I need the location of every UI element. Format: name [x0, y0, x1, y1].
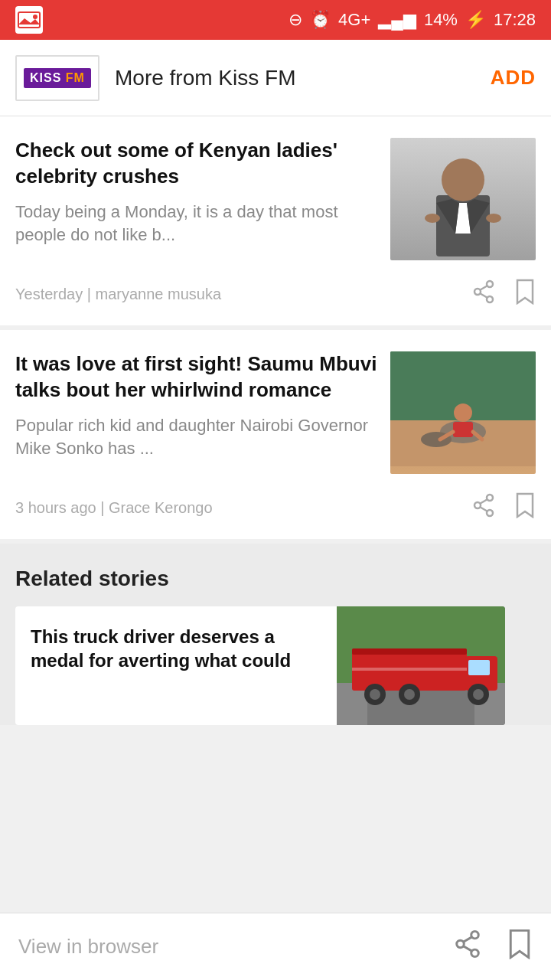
news-text-2: It was love at first sight! Saumu Mbuvi …	[15, 351, 378, 461]
share-icon-2[interactable]	[471, 493, 496, 523]
person-illustration	[417, 142, 509, 256]
svg-line-26	[481, 500, 487, 504]
svg-point-23	[487, 495, 493, 501]
news-image-2	[390, 351, 536, 474]
related-card-image-1	[337, 606, 505, 725]
svg-rect-34	[468, 660, 490, 675]
bookmark-icon-2[interactable]	[514, 492, 536, 524]
svg-point-36	[370, 689, 380, 700]
related-cards-row: This truck driver deserves a medal for a…	[15, 606, 536, 725]
news-item-2[interactable]: It was love at first sight! Saumu Mbuvi …	[0, 330, 551, 544]
svg-rect-41	[352, 668, 467, 671]
news-meta-info-1: Yesterday | maryanne musuka	[15, 286, 221, 303]
svg-line-45	[464, 937, 471, 942]
news-list: Check out some of Kenyan ladies' celebri…	[0, 116, 551, 544]
kiss-fm-logo: KISS FM	[15, 55, 99, 101]
kiss-fm-badge: KISS FM	[24, 68, 91, 88]
svg-point-38	[404, 689, 415, 700]
share-icon-1[interactable]	[471, 279, 496, 309]
header-title: More from Kiss FM	[115, 66, 491, 90]
related-card-text-1: This truck driver deserves a medal for a…	[15, 606, 337, 725]
view-in-browser-button[interactable]: View in browser	[18, 935, 453, 959]
news-actions-1	[471, 279, 536, 310]
svg-point-43	[457, 940, 465, 948]
news-meta-info-2: 3 hours ago | Grace Kerongo	[15, 499, 213, 517]
add-button[interactable]: ADD	[491, 66, 536, 90]
article-2-image	[390, 351, 536, 474]
svg-point-10	[487, 281, 493, 287]
news-excerpt-2: Popular rich kid and daughter Nairobi Go…	[15, 414, 378, 462]
header: KISS FM More from Kiss FM ADD	[0, 40, 551, 116]
bottom-actions	[453, 929, 533, 965]
svg-point-9	[486, 214, 501, 223]
svg-point-4	[442, 158, 484, 201]
svg-rect-32	[352, 648, 467, 655]
beach-illustration	[390, 351, 536, 466]
svg-point-42	[471, 931, 479, 939]
news-text-1: Check out some of Kenyan ladies' celebri…	[15, 138, 378, 247]
svg-line-46	[464, 946, 471, 950]
news-image-1	[390, 138, 536, 260]
svg-point-2	[33, 15, 37, 19]
news-content-1: Check out some of Kenyan ladies' celebri…	[15, 138, 536, 260]
svg-point-11	[474, 289, 481, 295]
related-card-1[interactable]: This truck driver deserves a medal for a…	[15, 606, 505, 725]
gallery-icon	[15, 6, 43, 34]
svg-line-14	[481, 294, 487, 298]
related-stories-title: Related stories	[15, 567, 536, 591]
article-1-image	[390, 138, 536, 260]
bottom-bar: View in browser	[0, 913, 551, 980]
related-card-title-1: This truck driver deserves a medal for a…	[31, 625, 321, 672]
news-actions-2	[471, 492, 536, 524]
svg-point-24	[474, 502, 481, 508]
svg-point-25	[487, 510, 493, 516]
news-item-1[interactable]: Check out some of Kenyan ladies' celebri…	[0, 116, 551, 330]
bookmark-icon-1[interactable]	[514, 279, 536, 310]
time-display: 17:28	[494, 10, 536, 30]
status-bar: ⊖ ⏰ 4G+ ▂▄▆ 14% ⚡ 17:28	[0, 0, 551, 40]
charging-icon: ⚡	[465, 10, 486, 30]
bookmark-bottom-icon[interactable]	[507, 929, 533, 965]
svg-point-12	[487, 296, 493, 302]
truck-illustration	[337, 606, 505, 725]
do-not-disturb-icon: ⊖	[289, 10, 302, 30]
svg-point-44	[471, 949, 479, 957]
svg-point-19	[454, 403, 472, 422]
news-meta-1: Yesterday | maryanne musuka	[15, 279, 536, 310]
network-type: 4G+	[338, 10, 370, 30]
share-bottom-icon[interactable]	[453, 929, 482, 965]
news-meta-2: 3 hours ago | Grace Kerongo	[15, 492, 536, 524]
news-title-2: It was love at first sight! Saumu Mbuvi …	[15, 351, 378, 403]
related-section: Related stories This truck driver deserv…	[0, 544, 551, 725]
news-title-1: Check out some of Kenyan ladies' celebri…	[15, 138, 378, 190]
battery-level: 14%	[424, 10, 458, 30]
svg-line-27	[481, 508, 487, 511]
svg-rect-20	[453, 422, 473, 437]
news-excerpt-1: Today being a Monday, it is a day that m…	[15, 201, 378, 248]
svg-point-8	[425, 214, 440, 223]
news-content-2: It was love at first sight! Saumu Mbuvi …	[15, 351, 536, 474]
svg-point-40	[473, 689, 484, 700]
svg-line-13	[481, 286, 487, 290]
signal-strength: ▂▄▆	[378, 10, 416, 30]
svg-rect-0	[15, 6, 43, 34]
alarm-icon: ⏰	[310, 10, 331, 30]
